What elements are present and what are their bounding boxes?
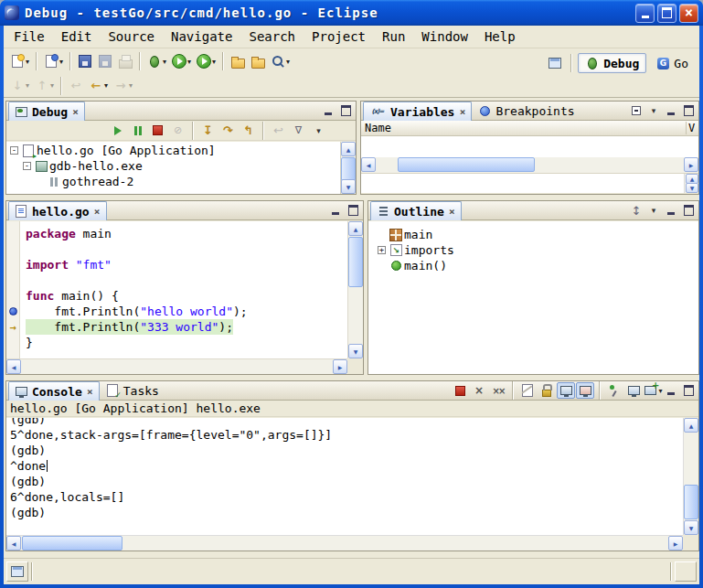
console-vertical-scrollbar[interactable]: [683, 418, 698, 535]
save-button[interactable]: [75, 51, 95, 72]
scrollbar-thumb[interactable]: [348, 237, 363, 287]
debug-vertical-scrollbar[interactable]: [340, 142, 356, 194]
clear-console-button[interactable]: [518, 382, 537, 399]
menu-window[interactable]: Window: [413, 27, 476, 47]
minimize-view-button[interactable]: [663, 103, 679, 119]
disconnect-button[interactable]: [168, 122, 187, 140]
gutter-row[interactable]: [6, 304, 19, 319]
open-perspective-button[interactable]: [545, 53, 565, 74]
scroll-left-icon[interactable]: [6, 536, 21, 551]
maximize-view-button[interactable]: [680, 103, 697, 119]
gutter-row[interactable]: [6, 257, 19, 273]
minimize-button[interactable]: [635, 4, 655, 23]
collapse-toggle-icon[interactable]: -: [10, 146, 18, 155]
search-button[interactable]: ▾: [268, 51, 293, 72]
step-over-button[interactable]: [218, 122, 238, 140]
maximize-button[interactable]: [657, 4, 676, 23]
perspective-go[interactable]: Go: [648, 53, 696, 73]
tree-item[interactable]: -hello.go [Go Application]: [6, 143, 340, 158]
tab-debug[interactable]: Debug: [8, 102, 85, 121]
scrollbar-thumb[interactable]: [398, 157, 535, 172]
view-menu-button[interactable]: [645, 103, 662, 119]
scroll-up-icon[interactable]: [348, 221, 363, 236]
tab-breakpoints[interactable]: Breakpoints: [473, 102, 579, 120]
scroll-down-icon[interactable]: [686, 183, 698, 193]
expand-toggle-icon[interactable]: +: [378, 246, 386, 254]
maximize-view-button[interactable]: [345, 203, 361, 219]
print-button[interactable]: [115, 51, 135, 72]
minimize-view-button[interactable]: [663, 203, 679, 219]
new-wizard-button[interactable]: ▾: [7, 51, 32, 72]
scroll-left-icon[interactable]: [6, 359, 21, 374]
open-folder-button[interactable]: [228, 51, 248, 72]
step-return-button[interactable]: [239, 122, 258, 140]
view-menu-button[interactable]: [645, 203, 662, 219]
column-value[interactable]: V: [686, 122, 698, 134]
tab-tasks[interactable]: Tasks: [101, 381, 164, 400]
resume-button[interactable]: [108, 122, 127, 140]
tree-item[interactable]: main: [374, 227, 698, 242]
scroll-up-icon[interactable]: [684, 418, 698, 433]
last-edit-location-button[interactable]: [66, 75, 86, 96]
remove-launch-button[interactable]: [470, 382, 488, 399]
menu-edit[interactable]: Edit: [53, 27, 101, 47]
tree-item[interactable]: +imports: [374, 242, 698, 258]
view-menu-button[interactable]: [309, 122, 328, 140]
external-tools-button[interactable]: ▾: [194, 51, 218, 72]
tab-hello-go[interactable]: hello.go: [8, 201, 107, 220]
scrollbar-thumb[interactable]: [22, 536, 122, 551]
close-tab-icon[interactable]: [86, 388, 94, 396]
scroll-down-icon[interactable]: [341, 179, 356, 194]
import-resource-button[interactable]: [248, 51, 268, 72]
editor-horizontal-scrollbar[interactable]: [6, 358, 347, 374]
new-go-element-button[interactable]: ▾: [41, 51, 66, 72]
menu-source[interactable]: Source: [100, 27, 163, 47]
remove-all-launches-button[interactable]: [489, 382, 507, 399]
editor-code[interactable]: package mainimport "fmt"func main() { fm…: [20, 221, 347, 358]
minimize-view-button[interactable]: [320, 103, 336, 119]
prev-annotation-button[interactable]: ▾: [32, 75, 57, 96]
debug-tree[interactable]: -hello.go [Go Application]-gdb-hello.exe…: [6, 142, 340, 194]
code-line[interactable]: func main() {: [26, 288, 347, 304]
step-into-button[interactable]: [198, 122, 218, 140]
gutter-row[interactable]: [6, 335, 19, 350]
title-bar[interactable]: Debug - testGo/src/cmd/hello.go - Eclips…: [0, 0, 703, 26]
code-line[interactable]: [26, 241, 347, 257]
minimize-view-button[interactable]: [663, 383, 679, 399]
code-line[interactable]: fmt.Println("hello world");: [26, 304, 347, 319]
minimize-view-button[interactable]: [327, 203, 344, 219]
menu-navigate[interactable]: Navigate: [163, 27, 240, 47]
terminate-console-button[interactable]: [451, 382, 469, 399]
drop-to-frame-button[interactable]: [269, 122, 288, 140]
breakpoint-marker-icon[interactable]: [9, 307, 17, 315]
show-stdout-button[interactable]: [557, 382, 575, 399]
menu-file[interactable]: File: [5, 27, 53, 47]
maximize-view-button[interactable]: [680, 203, 697, 219]
tree-item[interactable]: gothread-2: [6, 174, 340, 189]
code-line[interactable]: }: [26, 335, 347, 350]
tree-item[interactable]: -gdb-hello.exe: [6, 158, 340, 174]
gutter-row[interactable]: →: [6, 319, 19, 335]
scroll-up-icon[interactable]: [341, 142, 356, 156]
fast-view-bar[interactable]: [6, 561, 28, 582]
tab-outline[interactable]: Outline: [370, 201, 462, 220]
outline-tree[interactable]: main+importsmain(): [368, 221, 698, 374]
maximize-view-button[interactable]: [680, 383, 697, 399]
scroll-right-icon[interactable]: [333, 359, 347, 374]
back-button[interactable]: ▾: [86, 75, 111, 96]
forward-button[interactable]: ▾: [111, 75, 135, 96]
scroll-down-icon[interactable]: [684, 520, 698, 535]
close-tab-icon[interactable]: [93, 208, 101, 216]
code-line[interactable]: import "fmt": [26, 257, 347, 273]
terminate-button[interactable]: [148, 122, 167, 140]
scroll-left-icon[interactable]: [361, 157, 376, 172]
tree-item[interactable]: main(): [374, 258, 698, 273]
code-line[interactable]: [26, 273, 347, 288]
column-name[interactable]: Name: [361, 122, 686, 134]
open-console-button[interactable]: ▾: [644, 382, 662, 399]
gutter-row[interactable]: [6, 241, 19, 257]
code-line[interactable]: package main: [26, 226, 347, 241]
perspective-debug[interactable]: Debug: [578, 53, 646, 73]
next-annotation-button[interactable]: ▾: [7, 75, 32, 96]
editor-gutter[interactable]: →: [6, 221, 20, 358]
